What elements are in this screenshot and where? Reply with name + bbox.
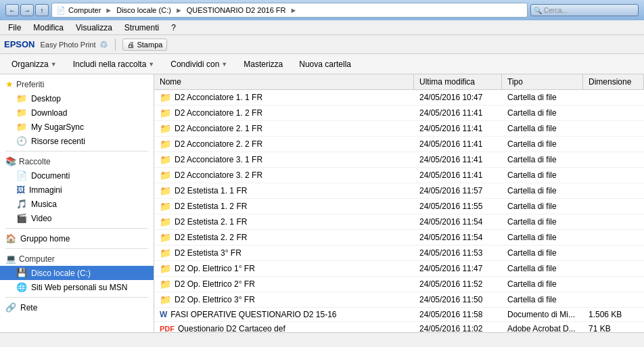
file-size-cell (583, 261, 644, 276)
share-button[interactable]: Condividi con ▼ (163, 57, 235, 72)
file-name-cell: 📁 D2 Acconciatore 2. 1 FR (154, 121, 414, 136)
include-button[interactable]: Includi nella raccolta ▼ (66, 57, 162, 72)
table-row[interactable]: 📁 D2 Op. Elettrico 1° FR 24/05/2016 11:4… (154, 261, 644, 277)
burn-button[interactable]: Masterizza (236, 57, 290, 72)
menu-file[interactable]: File (3, 22, 26, 34)
sidebar-item-recent[interactable]: 🕘 Risorse recenti (0, 134, 154, 148)
address-bar[interactable]: 📄 Computer ► Disco locale (C:) ► QUESTIO… (51, 3, 528, 18)
sidebar-item-msn[interactable]: 🌐 Siti Web personali su MSN (0, 280, 154, 294)
libraries-header[interactable]: 📚 Raccolte (0, 154, 154, 168)
file-name: D2 Acconciatore 1. 2 FR (175, 108, 262, 118)
organize-button[interactable]: Organizza ▼ (4, 57, 64, 72)
file-type-cell: Cartella di file (502, 152, 583, 167)
forward-button[interactable]: → (20, 4, 34, 16)
sidebar-divider-3 (5, 248, 148, 249)
computer-header[interactable]: 💻 Computer (0, 252, 154, 266)
immagini-icon: 🖼 (16, 185, 25, 195)
table-row[interactable]: 📁 D2 Estetista 2. 1 FR 24/05/2016 11:54 … (154, 214, 644, 230)
file-name: D2 Acconciatore 3. 2 FR (175, 170, 262, 180)
sidebar-item-immagini[interactable]: 🖼 Immagini (0, 183, 154, 197)
file-type-cell: Cartella di file (502, 214, 583, 229)
print-icon: 🖨 (127, 41, 135, 49)
sidebar-item-label: Desktop (31, 94, 61, 103)
back-button[interactable]: ← (5, 4, 19, 16)
table-row[interactable]: 📁 D2 Acconciatore 1. 2 FR 24/05/2016 11:… (154, 106, 644, 121)
menu-modifica[interactable]: Modifica (28, 22, 69, 34)
sidebar-divider-1 (5, 151, 148, 152)
table-row[interactable]: 📁 D2 Acconciatore 3. 2 FR 24/05/2016 11:… (154, 168, 644, 183)
menu-help[interactable]: ? (166, 22, 181, 34)
file-name-cell: 📁 D2 Op. Elettrico 1° FR (154, 261, 414, 276)
table-row[interactable]: 📁 D2 Acconciatore 3. 1 FR 24/05/2016 11:… (154, 152, 644, 168)
sidebar-item-label: Immagini (29, 185, 62, 195)
col-header-type[interactable]: Tipo (502, 74, 583, 89)
file-date-cell: 24/05/2016 11:41 (414, 106, 502, 120)
epson-app-name: Easy Photo Print (41, 41, 96, 49)
file-size-cell (583, 277, 644, 292)
file-name: D2 Estetista 1. 2 FR (175, 202, 247, 211)
file-type-cell: Cartella di file (502, 230, 583, 245)
menu-visualizza[interactable]: Visualizza (70, 22, 118, 34)
sidebar-item-label: Musica (31, 200, 57, 209)
col-header-name[interactable]: Nome (154, 74, 414, 89)
folder-icon: 📁 (160, 216, 171, 227)
sidebar-item-disco-locale[interactable]: 💾 Disco locale (C:) (0, 266, 154, 280)
table-row[interactable]: 📁 D2 Estetista 3° FR 24/05/2016 11:53 Ca… (154, 246, 644, 261)
up-button[interactable]: ↑ (35, 4, 49, 16)
sidebar-item-musica[interactable]: 🎵 Musica (0, 197, 154, 211)
file-size-cell (583, 137, 644, 152)
sidebar-item-gruppohome[interactable]: 🏠 Gruppo home (0, 231, 154, 246)
search-box[interactable]: 🔍 Cerca... (530, 4, 639, 16)
sidebar-item-rete[interactable]: 🔗 Rete (0, 300, 154, 315)
toolbar-separator (115, 39, 116, 51)
table-row[interactable]: 📁 D2 Acconciatore 2. 2 FR 24/05/2016 11:… (154, 137, 644, 152)
window-controls[interactable]: ← → ↑ (5, 4, 49, 16)
print-button[interactable]: 🖨 Stampa (122, 39, 167, 51)
table-row[interactable]: PDF Questionario D2 Cartaceo def 24/05/2… (154, 322, 644, 332)
table-row[interactable]: 📁 D2 Op. Elettrico 3° FR 24/05/2016 11:5… (154, 292, 644, 308)
sidebar-item-documenti[interactable]: 📄 Documenti (0, 168, 154, 183)
table-row[interactable]: 📁 D2 Op. Elettrico 2° FR 24/05/2016 11:5… (154, 277, 644, 292)
table-row[interactable]: 📁 D2 Estetista 1. 1 FR 24/05/2016 11:57 … (154, 183, 644, 199)
table-row[interactable]: 📁 D2 Acconciatore 2. 1 FR 24/05/2016 11:… (154, 121, 644, 137)
file-name: Questionario D2 Cartaceo def (178, 324, 285, 332)
file-date-cell: 24/05/2016 11:41 (414, 152, 502, 167)
table-row[interactable]: 📁 D2 Estetista 1. 2 FR 24/05/2016 11:55 … (154, 199, 644, 214)
file-size-cell (583, 246, 644, 260)
file-list[interactable]: Nome Ultima modifica Tipo Dimensione 📁 D… (154, 74, 644, 332)
favorites-label: Preferiti (16, 80, 44, 89)
table-row[interactable]: 📁 D2 Estetista 2. 2 FR 24/05/2016 11:54 … (154, 230, 644, 246)
folder-icon: 📁 (160, 170, 171, 181)
sidebar-item-download[interactable]: 📁 Download (0, 106, 154, 120)
new-folder-button[interactable]: Nuova cartella (292, 57, 359, 72)
sidebar-item-label: Download (31, 108, 67, 118)
table-row[interactable]: W FASI OPERATIVE QUESTIONARIO D2 15-16 2… (154, 308, 644, 322)
col-header-date[interactable]: Ultima modifica (414, 74, 502, 89)
menu-strumenti[interactable]: Strumenti (119, 22, 164, 34)
col-header-size[interactable]: Dimensione (583, 74, 644, 89)
folder-icon: 📁 (160, 279, 171, 290)
sidebar-item-desktop[interactable]: 📁 Desktop (0, 91, 154, 106)
file-name-cell: W FASI OPERATIVE QUESTIONARIO D2 15-16 (154, 308, 414, 321)
libraries-section: 📚 Raccolte 📄 Documenti 🖼 Immagini 🎵 Musi… (0, 154, 154, 225)
sidebar-item-sugarsync[interactable]: 📁 My SugarSync (0, 120, 154, 134)
file-date-cell: 24/05/2016 11:47 (414, 261, 502, 276)
musica-icon: 🎵 (16, 199, 27, 209)
file-date-cell: 24/05/2016 11:58 (414, 308, 502, 321)
folder-icon: 📁 (160, 232, 171, 243)
file-size-cell: 1.506 KB (583, 308, 644, 321)
file-type-cell: Cartella di file (502, 261, 583, 276)
star-icon: ★ (5, 79, 14, 89)
file-type-cell: Cartella di file (502, 106, 583, 120)
file-name: D2 Estetista 2. 1 FR (175, 217, 247, 227)
favorites-header[interactable]: ★ Preferiti (0, 77, 154, 91)
sidebar-item-video[interactable]: 🎬 Video (0, 211, 154, 225)
file-type-cell: Cartella di file (502, 90, 583, 105)
pdf-icon: PDF (160, 325, 175, 332)
table-row[interactable]: 📁 D2 Acconciatore 1. 1 FR 24/05/2016 10:… (154, 90, 644, 106)
organize-label: Organizza (12, 60, 49, 69)
file-name-cell: 📁 D2 Op. Elettrico 2° FR (154, 277, 414, 292)
print-label: Stampa (137, 41, 162, 49)
file-name: D2 Op. Elettrico 1° FR (175, 264, 255, 273)
folder-icon: 📁 (160, 123, 171, 134)
